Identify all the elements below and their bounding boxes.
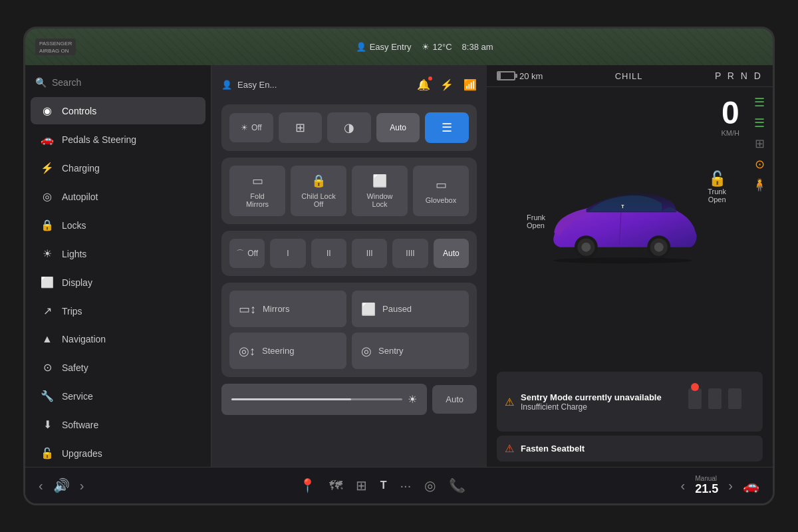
sidebar-item-upgrades[interactable]: 🔓 Upgrades [31,440,205,467]
prev-track-icon[interactable]: ‹ [39,478,43,493]
svg-rect-10 [688,404,702,409]
car-svg: T [537,174,723,280]
wiper-4-button[interactable]: IIII [392,239,428,268]
steering-easy-entry-button[interactable]: ◎↕ Steering [229,332,346,369]
sentry-button[interactable]: ◎ Sentry [352,332,469,369]
sidebar-item-navigation[interactable]: ▲ Navigation [31,326,205,352]
map-icon[interactable]: 🗺 [329,478,342,493]
speed-value: 0 [722,97,740,129]
quick-actions-grid: ▭ FoldMirrors 🔒 Child LockOff ⬜ WindowLo… [229,166,469,216]
sidebar-item-pedals[interactable]: 🚗 Pedals & Steering [31,126,205,153]
sidebar-item-label: Charging [62,163,100,174]
sentry-icon: ◎ [361,344,372,358]
sidebar-item-lights[interactable]: ☀ Lights [31,240,205,267]
seatbelt-alert-title: Fasten Seatbelt [521,444,585,454]
panel-header-left: 👤 Easy En... [221,80,277,90]
gear-selector: P R N D [715,70,763,81]
svg-rect-14 [728,388,741,405]
upgrades-icon: 🔓 [41,447,54,460]
lights-parking-button[interactable]: ⊞ [279,112,323,143]
phone-icon[interactable]: 📞 [449,477,466,493]
high-beam-icon: ☰ [442,120,452,135]
mirrors-easy-entry-button[interactable]: ▭↕ Mirrors [229,291,346,327]
sentry-alert-card: ⚠ Sentry Mode currently unavailable Insu… [497,372,763,432]
battery-range: 20 km [519,71,543,81]
lights-auto-label: Auto [390,123,406,132]
search-bar[interactable]: 🔍 Search [25,72,211,93]
bookmark-icon[interactable]: 📍 [299,477,316,493]
glovebox-label: Glovebox [426,196,456,204]
sidebar-item-safety[interactable]: ⊙ Safety [31,354,205,381]
sidebar-item-label: Safety [62,362,88,373]
software-icon: ⬇ [41,418,54,431]
right-panel: 20 km CHILL P R N D 0 KM/H [487,65,773,467]
wiper-off-button[interactable]: ⌒ Off [229,239,265,268]
wiper-2-button[interactable]: II [311,239,346,268]
camera-icon[interactable]: ◎ [424,477,436,493]
svg-rect-13 [708,404,722,409]
charging-icon: ⚡ [41,162,54,174]
time-indicator: 8:38 am [462,42,493,52]
sidebar-item-software[interactable]: ⬇ Software [31,411,205,438]
lights-off-label: Off [251,123,262,132]
sidebar-item-locks[interactable]: 🔒 Locks [31,211,205,239]
lights-off-button[interactable]: ☀ Off [229,113,273,142]
occupant-icon: 🧍 [752,178,767,192]
sidebar-item-autopilot[interactable]: ◎ Autopilot [31,183,205,210]
paused-button[interactable]: ⬜ Paused [352,291,469,327]
battery-fill [498,72,501,79]
taskbar-right: ‹ Manual 21.5 › 🚗 [681,475,759,496]
apps-icon[interactable]: ⊞ [356,477,367,493]
child-lock-button[interactable]: 🔒 Child LockOff [291,166,346,216]
map-bar: PASSENGER AIRBAG ON 👤 Easy Entry ☀ 12°C … [25,29,773,65]
glovebox-button[interactable]: ▭ Glovebox [413,166,469,216]
lights-low-button[interactable]: ◑ [327,112,371,143]
next-track-icon[interactable]: › [80,478,84,493]
svg-point-2 [581,243,591,252]
lights-off-icon: ☀ [241,123,248,132]
wiper-off-label: Off [247,249,258,258]
window-lock-button[interactable]: ⬜ WindowLock [352,166,408,216]
sidebar-item-label: Controls [62,106,96,116]
bottom-taskbar: ‹ 🔊 › 📍 🗺 ⊞ T ··· ◎ 📞 ‹ Manual 21.5 › 🚗 [25,467,773,503]
sidebar-item-controls[interactable]: ◉ Controls [31,97,205,124]
brightness-icon: ☀ [408,393,417,406]
lights-auto-button[interactable]: Auto [376,113,420,142]
car-display-area: 0 KM/H Frunk Open 🔓 Trunk Open [487,87,773,366]
traction-icon: ⊞ [755,136,765,151]
temp-prev-icon[interactable]: ‹ [681,478,686,493]
bell-icon[interactable]: 🔔 [417,78,430,91]
svg-rect-12 [708,388,722,405]
volume-icon[interactable]: 🔊 [53,477,70,493]
glovebox-icon: ▭ [436,178,447,192]
brightness-slider-container[interactable]: ☀ [221,384,427,415]
temp-next-icon[interactable]: › [728,478,733,493]
sidebar-item-charging[interactable]: ⚡ Charging [31,154,205,182]
lights-high-button[interactable]: ☰ [425,112,469,143]
controls-icon: ◉ [41,104,54,117]
wiper-1-button[interactable]: I [270,239,305,268]
sidebar-item-service[interactable]: 🔧 Service [31,382,205,410]
wiper-auto-button[interactable]: Auto [434,239,469,268]
profile-label: Easy En... [237,80,277,90]
brightness-auto-button[interactable]: Auto [432,385,477,414]
sidebar-item-trips[interactable]: ↗ Trips [31,297,205,325]
more-icon[interactable]: ··· [400,478,412,493]
brightness-auto-label: Auto [446,394,464,404]
sidebar-item-label: Autopilot [62,192,98,202]
wiper-3-button[interactable]: III [352,239,387,268]
child-lock-icon: 🔒 [311,174,326,188]
sentry-alert-text: Sentry Mode currently unavailable Insuff… [521,392,662,412]
car-bottom-icon[interactable]: 🚗 [743,477,759,493]
temp-mode-label: Manual [695,475,718,482]
panel-header-right: 🔔 ⚡ 📶 [417,78,477,91]
sidebar-item-display[interactable]: ⬜ Display [31,269,205,296]
temp-value: 21.5 [695,482,718,496]
easy-entry-card: ▭↕ Mirrors ⬜ Paused ◎↕ Steering ◎ Sentry [221,283,477,377]
tesla-t-icon[interactable]: T [380,479,387,491]
quick-actions-card: ▭ FoldMirrors 🔒 Child LockOff ⬜ WindowLo… [221,158,477,224]
svg-point-6 [553,257,693,263]
fold-mirrors-button[interactable]: ▭ FoldMirrors [229,166,285,216]
sidebar-item-label: Locks [62,220,86,231]
seats-preview [682,378,755,425]
